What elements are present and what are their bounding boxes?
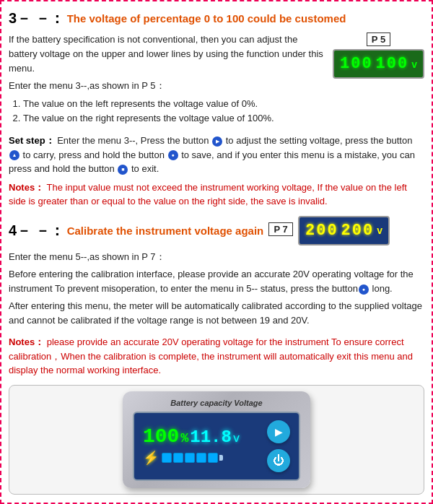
section3-number: 3－ －： (9, 9, 64, 28)
btn-long[interactable] (359, 284, 369, 295)
p7-label: P 7 (268, 222, 292, 236)
btn-adjust[interactable] (212, 136, 222, 147)
battery-seg-3 (185, 453, 195, 463)
btn-exit[interactable] (118, 165, 128, 175)
lcd-num1: 100 (340, 55, 373, 73)
battery-bar (162, 453, 223, 463)
section4-notes: Notes： please provide an accurate 20V op… (9, 335, 424, 378)
screen-top-row: 100 % 11.8 v (143, 427, 260, 447)
section4-header: 4－ －： Calibrate the instrument voltage a… (9, 216, 424, 246)
section3-enter-menu: Enter the menu 3--,as shown in P 5： (9, 79, 327, 93)
battery-seg-5 (208, 453, 218, 463)
battery-tip (219, 455, 223, 461)
section3-list: The value on the left represents the vol… (9, 97, 327, 127)
device-title: Battery capacity Voltage (133, 399, 300, 407)
lcd-num2: 100 (376, 55, 409, 73)
main-number: 100 (143, 427, 179, 447)
battery-device: Battery capacity Voltage 100 % 11.8 v ⚡ (123, 391, 310, 488)
section4-text: Enter the menu 5--,as shown in P 7： Befo… (9, 250, 424, 331)
percent-sign: % (180, 431, 188, 446)
list-item-2: The value on the right represents the vo… (23, 111, 327, 126)
section4-number: 4－ －： (9, 221, 64, 240)
lcd-unit2: v (377, 225, 382, 236)
voltage-value: 11.8 (190, 427, 232, 447)
notes4-label: Notes： (9, 336, 44, 347)
lcd-num3: 200 (305, 222, 338, 240)
power-icon (273, 454, 284, 467)
lightning-icon: ⚡ (143, 450, 159, 466)
section3-content: If the battery specification is not conv… (9, 32, 424, 129)
btn-save[interactable] (168, 150, 178, 160)
device-buttons (267, 420, 290, 472)
section3-image-panel: P 5 100 100 v (333, 32, 424, 129)
section3-header: 3－ －： The voltage of percentage 0 to 100… (9, 9, 424, 28)
battery-seg-1 (162, 453, 172, 463)
section3-text: If the battery specification is not conv… (9, 32, 327, 129)
section4: 4－ －： Calibrate the instrument voltage a… (9, 216, 424, 495)
section3: 3－ －： The voltage of percentage 0 to 100… (9, 9, 424, 209)
section3-title: The voltage of percentage 0 to 100 could… (67, 12, 346, 25)
lcd-num4: 200 (341, 222, 375, 240)
screen-bottom-row: ⚡ (143, 450, 260, 466)
power-button[interactable] (267, 449, 290, 472)
section4-para1: Before entering the calibration interfac… (9, 267, 424, 296)
battery-seg-4 (196, 453, 206, 463)
section4-para2: After entering this menu, the meter will… (9, 299, 424, 328)
section3-intro: If the battery specification is not conv… (9, 32, 327, 76)
btn-carry[interactable] (9, 150, 19, 160)
section4-enter-menu: Enter the menu 5--,as shown in P 7： (9, 250, 424, 264)
section4-content: Enter the menu 5--,as shown in P 7： Befo… (9, 250, 424, 331)
battery-seg-2 (173, 453, 183, 463)
notes3-label: Notes： (9, 182, 44, 193)
p5-label: P 5 (367, 32, 390, 46)
section4-title: Calibrate the instrument voltage again (67, 225, 264, 237)
device-container: Battery capacity Voltage 100 % 11.8 v ⚡ (9, 385, 424, 495)
notes3-text: The input value must not exceed the inst… (9, 182, 407, 207)
device-screen: 100 % 11.8 v ⚡ (133, 412, 300, 481)
notes4-text: please provide an accurate 20V operating… (9, 336, 413, 375)
lcd-unit1: v (411, 58, 417, 70)
play-button[interactable] (267, 420, 290, 443)
lcd-display-p7: 200 200 v (298, 216, 390, 246)
screen-main: 100 % 11.8 v ⚡ (143, 427, 260, 466)
set-step-section: Set step： Enter the menu 3--, Press the … (9, 134, 424, 176)
set-step-label: Set step： (9, 135, 55, 146)
section3-notes: Notes： The input value must not exceed t… (9, 181, 424, 209)
play-icon (275, 426, 283, 438)
voltage-unit: v (233, 433, 240, 446)
lcd-display-p5: 100 100 v (333, 49, 424, 79)
list-item-1: The value on the left represents the vol… (23, 97, 327, 112)
